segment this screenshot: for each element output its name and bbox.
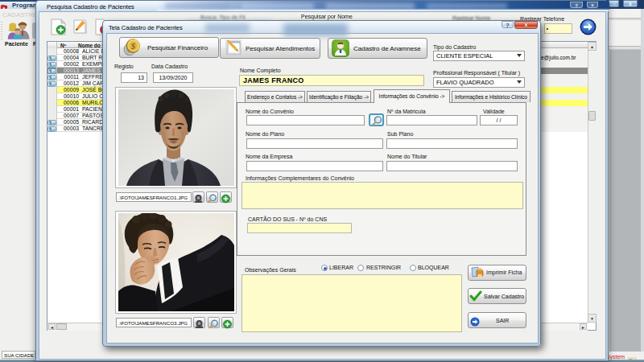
svg-text:$: $ — [130, 41, 136, 51]
